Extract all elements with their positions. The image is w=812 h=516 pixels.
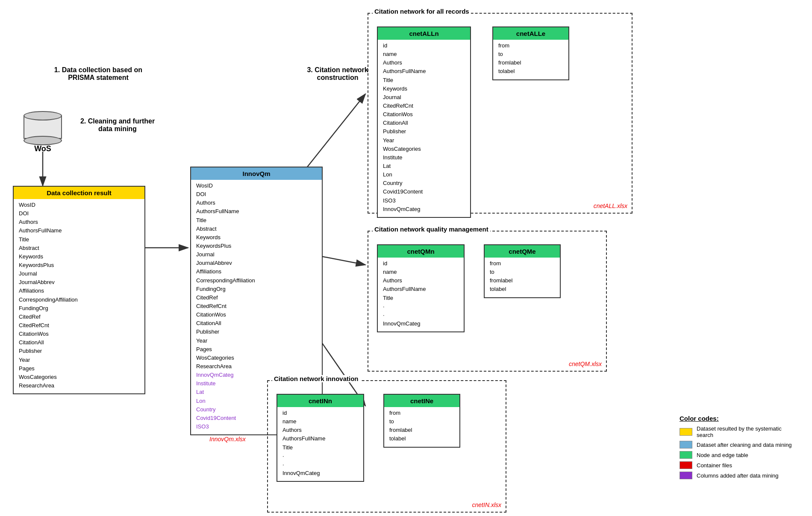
cnet-all-title: Citation network for all records — [373, 8, 471, 15]
legend-color-red — [680, 461, 692, 469]
cnet-alln-header: cnetALLn — [378, 27, 470, 40]
legend-color-purple — [680, 472, 692, 479]
innovqm-header: InnovQm — [191, 167, 322, 180]
step2-label: 2. Cleaning and furtherdata mining — [62, 117, 173, 133]
cnet-inn-header: cnetINn — [277, 395, 363, 407]
cnet-alln-fields: id name Authors AuthorsFullName Title Ke… — [378, 40, 470, 217]
legend-item-purple: Columns added after data mining — [680, 472, 799, 479]
cnet-ine-box: cnetINe from to fromlabel tolabel — [383, 394, 460, 448]
cnet-in-file-label: cnetIN.xlsx — [472, 501, 501, 508]
innovqm-file-label: InnovQm.xlsx — [209, 436, 246, 443]
cylinder-top — [24, 111, 62, 120]
legend-item-blue: Dataset after cleaning and data mining — [680, 441, 799, 449]
legend-title: Color codes: — [680, 415, 799, 422]
legend-box: Color codes: Dataset resulted by the sys… — [680, 415, 799, 482]
legend-item-green: Node and edge table — [680, 451, 799, 459]
data-collection-fields: WosID DOI Authors AuthorsFullName Title … — [14, 199, 144, 393]
cnet-inn-fields: id name Authors AuthorsFullName Title · … — [277, 407, 363, 481]
cnet-qmn-fields: id name Authors AuthorsFullName Title · … — [378, 258, 464, 331]
cnet-qm-file-label: cnetQM.xlsx — [569, 361, 602, 367]
step1-label: 1. Data collection based on PRISMA state… — [51, 66, 145, 82]
cnet-in-container: Citation network innovation cnetINn id n… — [267, 380, 506, 513]
cnet-all-container: Citation network for all records cnetALL… — [368, 13, 633, 214]
legend-item-yellow: Dataset resulted by the systematic searc… — [680, 425, 799, 438]
cnet-in-title: Citation network innovation — [272, 375, 360, 382]
legend-item-red: Container files — [680, 461, 799, 469]
cnet-inn-box: cnetINn id name Authors AuthorsFullName … — [277, 394, 364, 482]
wos-label: WoS — [24, 144, 62, 153]
cnet-qme-header: cnetQMe — [485, 245, 560, 258]
legend-text-red: Container files — [697, 462, 732, 469]
legend-text-green: Node and edge table — [697, 452, 748, 458]
legend-text-blue: Dataset after cleaning and data mining — [697, 442, 792, 448]
cylinder-bottom — [24, 136, 62, 145]
diagram-container: 1. Data collection based on PRISMA state… — [0, 0, 812, 516]
legend-color-blue — [680, 441, 692, 449]
data-collection-header: Data collection result — [14, 187, 144, 199]
legend-text-purple: Columns added after data mining — [697, 472, 779, 479]
cnet-qme-fields: from to fromlabel tolabel — [485, 258, 560, 297]
legend-text-yellow: Dataset resulted by the systematic searc… — [697, 425, 799, 438]
legend-color-green — [680, 451, 692, 459]
cnet-qmn-box: cnetQMn id name Authors AuthorsFullName … — [377, 244, 465, 332]
cnet-ine-header: cnetINe — [384, 395, 459, 407]
data-collection-box: Data collection result WosID DOI Authors… — [13, 186, 145, 394]
cnet-qm-title: Citation network quality management — [373, 226, 490, 233]
cnet-alln-box: cnetALLn id name Authors AuthorsFullName… — [377, 26, 471, 218]
legend-color-yellow — [680, 428, 692, 436]
cnet-all-file-label: cnetALL.xlsx — [594, 202, 627, 209]
cnet-alle-header: cnetALLe — [493, 27, 568, 40]
cnet-alle-box: cnetALLe from to fromlabel tolabel — [492, 26, 569, 80]
cnet-ine-fields: from to fromlabel tolabel — [384, 407, 459, 447]
wos-database: WoS — [24, 111, 62, 153]
cnet-qme-box: cnetQMe from to fromlabel tolabel — [484, 244, 561, 298]
cnet-alle-fields: from to fromlabel tolabel — [493, 40, 568, 79]
cnet-qmn-header: cnetQMn — [378, 245, 464, 258]
cnet-qm-container: Citation network quality management cnet… — [368, 231, 607, 372]
